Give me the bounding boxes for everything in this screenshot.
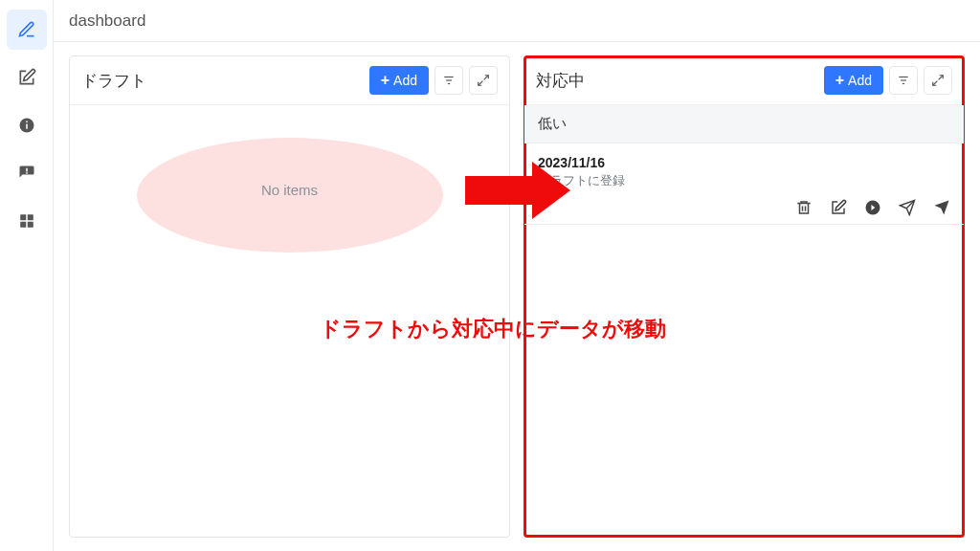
edit-button[interactable] xyxy=(830,199,847,216)
svg-rect-1 xyxy=(26,124,28,129)
panel-inprogress: 対応中 + Add xyxy=(523,55,965,538)
svg-rect-4 xyxy=(26,172,28,174)
sidebar-item-info[interactable] xyxy=(7,105,47,145)
compose-icon xyxy=(17,20,36,39)
board: ドラフト + Add xyxy=(54,42,980,551)
task-card-subtitle: ドラフトに登録 xyxy=(538,172,950,189)
task-card-actions xyxy=(538,199,950,216)
send-solid-button[interactable] xyxy=(933,199,950,216)
next-button[interactable] xyxy=(864,199,881,216)
svg-rect-5 xyxy=(20,214,26,220)
panel-inprogress-body: 低い 2023/11/16 ドラフトに登録 xyxy=(524,105,964,537)
svg-rect-6 xyxy=(27,214,33,220)
main-area: dashboard ドラフト + Add xyxy=(54,0,980,551)
page-title: dashboard xyxy=(69,11,145,31)
svg-rect-7 xyxy=(20,222,26,228)
topbar: dashboard xyxy=(54,0,980,42)
paper-plane-outline-icon xyxy=(899,199,916,216)
task-card[interactable]: 2023/11/16 ドラフトに登録 xyxy=(524,143,964,225)
filter-icon xyxy=(897,74,910,87)
expand-icon xyxy=(931,74,945,87)
panel-draft-header: ドラフト + Add xyxy=(70,56,509,105)
expand-icon xyxy=(477,74,490,87)
svg-rect-3 xyxy=(26,168,28,172)
sidebar-item-feedback[interactable] xyxy=(7,153,47,193)
plus-icon: + xyxy=(381,73,390,88)
filter-button-inprogress[interactable] xyxy=(889,66,918,95)
trash-icon xyxy=(795,199,813,216)
add-button-draft[interactable]: + Add xyxy=(369,66,429,95)
task-card-date: 2023/11/16 xyxy=(538,155,950,170)
add-button-label: Add xyxy=(393,73,417,88)
panel-inprogress-title: 対応中 xyxy=(536,70,818,92)
paper-plane-solid-icon xyxy=(933,199,950,216)
app-root: dashboard ドラフト + Add xyxy=(0,0,980,551)
edit-icon xyxy=(17,68,36,87)
sidebar xyxy=(0,0,54,551)
svg-rect-2 xyxy=(26,121,28,123)
feedback-icon xyxy=(18,165,35,182)
sidebar-item-dashboard[interactable] xyxy=(7,201,47,241)
plus-icon: + xyxy=(835,73,844,88)
empty-state-text: No items xyxy=(261,182,318,198)
chevron-right-circle-icon xyxy=(864,199,881,216)
grid-icon xyxy=(18,212,35,230)
expand-button-inprogress[interactable] xyxy=(924,66,952,95)
filter-button-draft[interactable] xyxy=(434,66,463,95)
panel-draft-body: No items xyxy=(70,105,509,537)
info-icon xyxy=(18,117,35,134)
filter-icon xyxy=(442,74,456,87)
panel-draft: ドラフト + Add xyxy=(69,55,510,538)
svg-rect-8 xyxy=(27,222,33,228)
delete-button[interactable] xyxy=(795,199,813,216)
priority-group-label: 低い xyxy=(524,105,964,143)
expand-button-draft[interactable] xyxy=(469,66,498,95)
panel-inprogress-header: 対応中 + Add xyxy=(524,56,964,105)
edit-icon xyxy=(830,199,847,216)
panel-draft-title: ドラフト xyxy=(81,70,364,92)
sidebar-item-compose[interactable] xyxy=(7,10,47,50)
send-button[interactable] xyxy=(899,199,916,216)
add-button-inprogress[interactable]: + Add xyxy=(824,66,883,95)
add-button-label: Add xyxy=(848,73,872,88)
sidebar-item-edit[interactable] xyxy=(7,57,47,98)
